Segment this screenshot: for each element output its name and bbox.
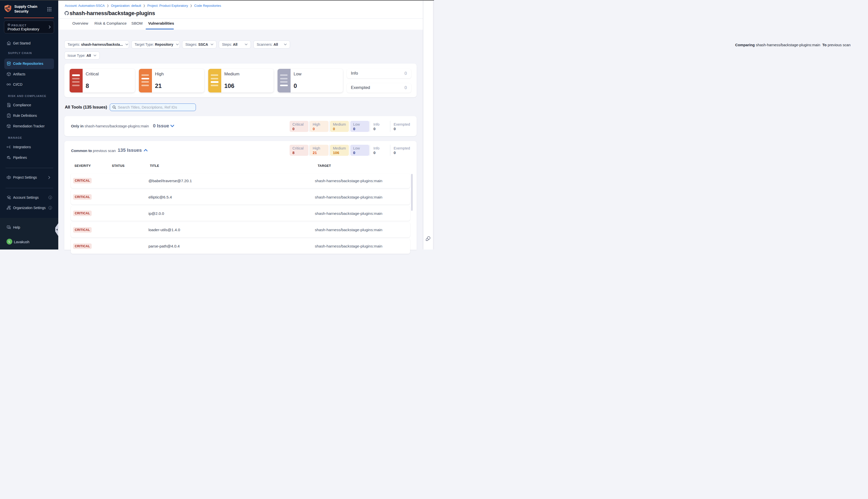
svg-text:?: ? [8, 226, 9, 228]
